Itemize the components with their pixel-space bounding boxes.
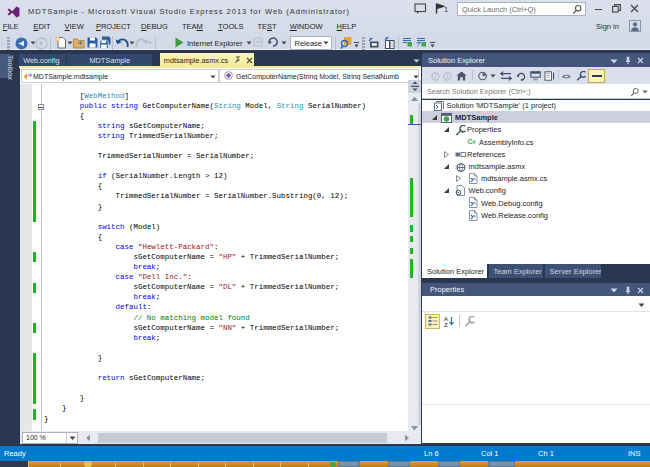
svg-text:Z: Z bbox=[444, 322, 448, 327]
svg-text:?: ? bbox=[416, 41, 420, 47]
